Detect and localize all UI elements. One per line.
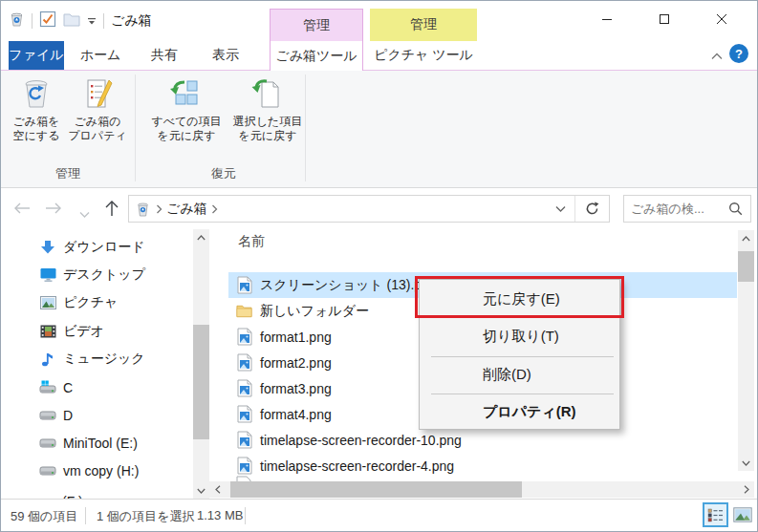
- checkbox-icon[interactable]: [39, 11, 56, 32]
- scrollbar-thumb[interactable]: [193, 325, 209, 439]
- address-dropdown-icon[interactable]: [547, 205, 574, 213]
- menu-item-delete[interactable]: 削除(D): [420, 357, 619, 393]
- button-label-line: 選択した項目: [230, 115, 305, 129]
- scroll-down-icon[interactable]: [193, 482, 209, 499]
- up-button[interactable]: [103, 199, 120, 221]
- empty-recycle-bin-button[interactable]: ごみ箱を 空にする: [7, 74, 66, 159]
- collapse-ribbon-button[interactable]: [706, 47, 727, 66]
- qat-dropdown-caret-icon[interactable]: [87, 12, 97, 30]
- sidebar-item-drive-vmcopy[interactable]: vm copy (H:): [1, 457, 192, 484]
- sidebar-item-drive-d[interactable]: D: [1, 401, 192, 429]
- main-area: ダウンロード デスクトップ ピクチャ ビデオ: [1, 229, 757, 499]
- forward-button[interactable]: [45, 201, 63, 220]
- png-file-icon: [236, 379, 252, 397]
- sidebar-item-label: MiniTool (E:): [63, 436, 138, 451]
- drive-icon: [39, 462, 56, 479]
- sidebar-item-drive-minitool[interactable]: MiniTool (E:): [1, 429, 192, 457]
- tab-file[interactable]: ファイル: [9, 41, 64, 70]
- scroll-up-icon[interactable]: [738, 230, 754, 246]
- drive-icon: [39, 407, 56, 424]
- sidebar-item-music[interactable]: ミュージック: [1, 345, 192, 372]
- context-menu: 元に戻す(E) 切り取り(T) 削除(D) プロパティ(R): [419, 279, 620, 430]
- file-row[interactable]: timelapse-screen-recorder-4.png: [228, 453, 737, 479]
- status-separator: [245, 507, 246, 524]
- breadcrumb-chevron-icon[interactable]: [156, 204, 162, 214]
- scrollbar-thumb[interactable]: [230, 481, 522, 498]
- restore-all-items-icon: [169, 76, 204, 111]
- png-file-icon: [236, 353, 252, 372]
- sidebar-item-drive-partial[interactable]: (F:): [1, 487, 192, 499]
- sidebar-scrollbar[interactable]: [193, 229, 209, 499]
- tab-recycle-bin-tools[interactable]: ごみ箱ツール: [270, 41, 363, 71]
- refresh-icon[interactable]: [575, 202, 609, 216]
- menu-item-properties[interactable]: プロパティ(R): [420, 394, 619, 430]
- breadcrumb-chevron-icon[interactable]: [211, 204, 218, 214]
- file-list-vertical-scrollbar[interactable]: [738, 230, 754, 471]
- details-view-button[interactable]: [703, 502, 728, 527]
- sidebar-item-label: ピクチャ: [63, 294, 118, 311]
- ribbon-group-label-manage: 管理: [1, 164, 135, 183]
- file-name: 新しいフォルダー: [260, 303, 369, 320]
- ribbon-group-separator: [305, 74, 306, 181]
- file-row[interactable]: timelapse-screen-recorder-10.png: [228, 427, 737, 453]
- tab-picture-tools[interactable]: ピクチャ ツール: [370, 41, 477, 70]
- navigation-pane: ダウンロード デスクトップ ピクチャ ビデオ: [1, 229, 193, 499]
- address-bar[interactable]: ごみ箱: [128, 195, 610, 223]
- sidebar-item-pictures[interactable]: ピクチャ: [1, 288, 192, 316]
- search-input[interactable]: [624, 202, 721, 216]
- column-header-name[interactable]: 名前: [238, 233, 265, 250]
- breadcrumb-location[interactable]: ごみ箱: [166, 201, 207, 218]
- restore-all-items-button[interactable]: すべての項目 を元に戻す: [142, 74, 230, 159]
- sidebar-item-videos[interactable]: ビデオ: [1, 317, 192, 345]
- file-name: format1.png: [260, 330, 332, 345]
- search-box[interactable]: [623, 195, 751, 223]
- tab-share[interactable]: 共有: [141, 41, 188, 70]
- recycle-bin-properties-button[interactable]: ごみ箱の プロパティ: [66, 74, 129, 159]
- button-label-line: 空にする: [7, 129, 66, 143]
- sidebar-item-desktop[interactable]: デスクトップ: [1, 261, 192, 288]
- qat-separator: [103, 13, 104, 29]
- tab-view[interactable]: 表示: [202, 41, 249, 70]
- item-count: 59 個の項目: [11, 508, 77, 525]
- folder-icon[interactable]: [63, 12, 80, 31]
- tab-home[interactable]: ホーム: [74, 41, 127, 70]
- sidebar-item-drive-c[interactable]: C: [1, 373, 192, 401]
- sidebar-item-label: D: [63, 408, 73, 423]
- address-bar-row: ごみ箱: [1, 188, 757, 229]
- minimize-button[interactable]: [578, 5, 636, 33]
- sidebar-item-label: ミュージック: [63, 351, 145, 368]
- file-list-horizontal-scrollbar[interactable]: [209, 481, 754, 498]
- recent-locations-dropdown-icon[interactable]: [79, 205, 90, 223]
- help-button[interactable]: ?: [729, 44, 748, 63]
- scroll-left-icon[interactable]: [209, 481, 226, 498]
- restore-selected-items-button[interactable]: 選択した項目 を元に戻す: [230, 74, 305, 159]
- close-button[interactable]: [693, 5, 750, 33]
- file-name: timelapse-screen-recorder-10.png: [260, 433, 462, 448]
- maximize-button[interactable]: [636, 5, 693, 33]
- download-icon: [39, 239, 56, 256]
- window-title: ごみ箱: [111, 12, 152, 30]
- png-file-icon: [236, 276, 252, 294]
- ribbon-group-separator: [135, 74, 136, 181]
- selection-count: 1 個の項目を選択: [97, 508, 194, 525]
- thumbnail-view-button[interactable]: [729, 502, 755, 527]
- search-icon[interactable]: [721, 202, 750, 216]
- qat-separator: [32, 13, 32, 29]
- status-separator: [85, 507, 86, 524]
- selection-size: 1.13 MB: [197, 508, 243, 522]
- button-label-line: すべての項目: [142, 115, 230, 129]
- scrollbar-thumb[interactable]: [738, 251, 754, 282]
- scroll-down-icon[interactable]: [738, 455, 754, 471]
- scroll-up-icon[interactable]: [193, 229, 209, 245]
- button-label-line: を元に戻す: [142, 129, 230, 143]
- scroll-right-icon[interactable]: [738, 481, 754, 498]
- recycle-bin-icon: [9, 11, 25, 32]
- menu-item-restore[interactable]: 元に戻す(E): [420, 281, 619, 318]
- button-label-line: プロパティ: [66, 129, 129, 143]
- menu-item-cut[interactable]: 切り取り(T): [420, 318, 619, 355]
- sidebar-item-downloads[interactable]: ダウンロード: [1, 233, 192, 261]
- contextual-header-recycle-tools: 管理: [270, 9, 363, 41]
- empty-recycle-bin-icon: [19, 76, 54, 111]
- back-button[interactable]: [12, 201, 31, 220]
- png-file-icon: [236, 431, 252, 449]
